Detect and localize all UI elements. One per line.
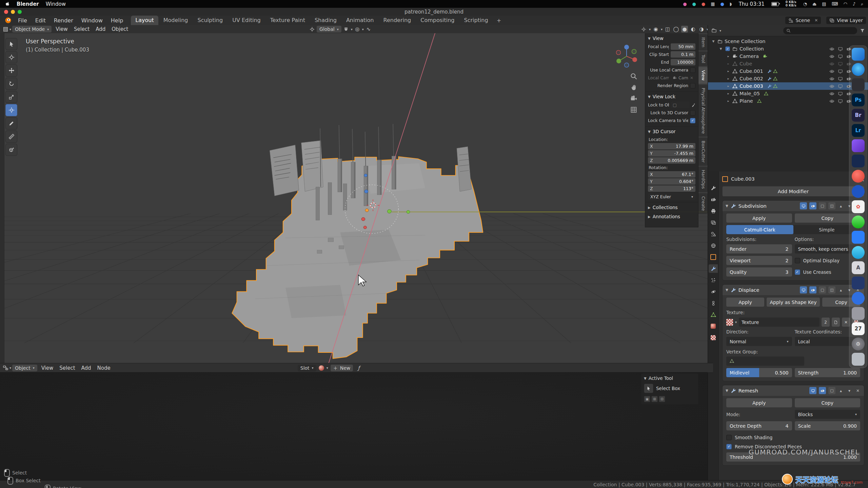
expand-icon[interactable]: ▼ [711,40,715,43]
dock-trash[interactable] [852,353,865,366]
outliner-mode-caret-icon[interactable]: ▾ [719,29,721,33]
sidebar-tab-boxcutter[interactable]: BoxCutter [698,138,708,166]
new-texture-button[interactable] [832,318,840,327]
wifi-icon[interactable]: ◠ [843,2,847,6]
workspace-tab-uv-editing[interactable]: UV Editing [228,16,265,25]
scale-field[interactable]: Scale0.900 [795,421,861,430]
rotate-tool[interactable] [5,78,17,90]
volume-icon[interactable]: ♪ [853,2,855,6]
node-menu-node[interactable]: Node [94,365,114,371]
menubar-clock[interactable]: Thu 03:31 [739,1,765,7]
view-layer-selector[interactable]: View Layer [826,17,866,24]
properties-tab-object-data[interactable] [709,310,718,319]
expand-icon[interactable]: ▸ [726,99,730,103]
sidebar-tab-item[interactable]: Item [698,34,708,50]
hide-in-viewport-icon[interactable] [829,69,834,74]
spotlight-icon[interactable]: ⌕ [861,2,863,6]
properties-tab-texture[interactable] [709,333,718,342]
outliner-row-collection[interactable]: ▼Collection [708,45,868,53]
proportional-caret-icon[interactable]: ▾ [362,27,364,31]
menubar-app-name[interactable]: Blender [17,1,39,7]
xray-toggle-icon[interactable]: ◫ [664,26,671,33]
scale-tool[interactable] [5,91,17,103]
shading-rendered-icon[interactable]: ◑ [698,26,705,33]
topbar-menu-render[interactable]: Render [50,17,77,24]
properties-tab-constraints[interactable] [709,299,718,307]
move-modifier-up-button[interactable]: ▴ [838,387,844,394]
window-titlebar[interactable]: patreon12_demo.blend [0,8,868,16]
dock-app-blue[interactable] [852,185,865,198]
dock-calendar[interactable]: 27 [852,322,865,335]
gizmo-z-axis[interactable] [624,45,629,49]
display-render-toggle[interactable] [819,387,826,394]
overlays-caret-icon[interactable]: ▾ [661,27,663,31]
direction-dropdown[interactable]: Normal▾ [726,337,792,346]
sidebar-tab-tool[interactable]: Tool [698,52,708,66]
close-window-button[interactable] [4,10,8,14]
workspace-tab-compositing[interactable]: Compositing [416,16,459,25]
topbar-menu-file[interactable]: File [14,17,31,24]
view-lock-panel-header[interactable]: ▼View Lock [645,93,698,101]
shading-material-icon[interactable]: ◐ [690,26,696,33]
dock-app-blue3[interactable] [852,292,865,305]
properties-tab-material[interactable] [709,322,718,330]
cursor-rz-field[interactable]: Z113° [648,185,695,192]
subdivision-modifier-header[interactable]: ▼ Subdivision ▢ ◫ ▴ ▾ ✕ [723,201,864,211]
properties-tab-world[interactable] [709,241,718,250]
rotation-order-dropdown[interactable]: XYZ Euler▾ [648,193,695,200]
copy-button[interactable]: Copy [795,398,861,407]
viewport-canvas[interactable] [0,33,708,363]
display-viewport-toggle[interactable] [800,202,807,209]
minimize-window-button[interactable] [11,10,15,14]
cursor-x-field[interactable]: X17.99 m [648,143,695,149]
unlink-scene-icon[interactable]: ✕ [814,18,818,23]
workspace-tab-rendering[interactable]: Rendering [379,16,416,25]
viewport-menu-select[interactable]: Select [71,26,93,33]
properties-tab-view-layer[interactable] [709,218,718,227]
scene-selector[interactable]: Scene ✕ [785,17,821,24]
view-panel-header[interactable]: ▼View [645,34,698,42]
blender-logo-icon[interactable] [5,17,12,24]
shading-solid-icon[interactable]: ● [681,26,688,33]
lock-camera-to-view-checkbox[interactable] [690,118,695,123]
properties-tab-render[interactable] [709,195,718,204]
mode-dropdown[interactable]: Object Mode▾ [12,26,52,33]
node-editor-caret-icon[interactable]: ▾ [9,366,11,370]
disable-in-viewports-icon[interactable] [838,84,843,89]
dock-app-red[interactable] [852,170,865,183]
lock-to-3d-cursor-checkbox[interactable] [690,110,695,116]
dock-app-navy[interactable] [852,155,865,167]
display-editmode-toggle[interactable]: ▢ [819,202,826,209]
lock-to-object-field[interactable]: ▢ [671,102,690,108]
snap-caret-icon[interactable]: ▾ [351,27,353,31]
dock-settings[interactable]: ⚙ [852,338,865,350]
gizmo-z-neg-axis[interactable] [625,63,629,67]
select-box-tool-icon[interactable] [644,384,653,393]
display-render-toggle[interactable] [809,202,816,209]
texture-browse-caret-icon[interactable]: ▾ [735,320,737,324]
workspace-tab-animation[interactable]: Animation [342,16,378,25]
menubar-menu-window[interactable]: Window [46,1,66,7]
topbar-menu-help[interactable]: Help [107,17,127,24]
displace-modifier-header[interactable]: ▼ Displace ▢ ◫ ▴ ▾ ✕ [723,285,864,295]
orientation-dropdown[interactable]: Global▾ [317,26,341,33]
remesh-modifier-header[interactable]: ▼ Remesh ▢ ▴ ▾ ✕ [723,385,864,396]
move-modifier-down-button[interactable]: ▾ [846,387,852,394]
dock-app-blue2[interactable] [852,231,865,244]
zoom-view-icon[interactable] [630,73,637,80]
node-menu-view[interactable]: View [38,365,57,371]
disable-in-viewports-icon[interactable] [838,99,843,104]
texture-name-field[interactable]: Texture [739,318,820,327]
expand-icon[interactable]: ▸ [726,84,730,88]
delete-modifier-button[interactable]: ✕ [855,387,861,394]
hide-in-viewport-icon[interactable] [829,46,834,52]
use-nodes-icon[interactable]: ƒ [355,365,362,371]
cursor-ry-field[interactable]: Y0.604° [648,178,695,185]
texture-thumbnail-icon[interactable] [726,319,733,326]
ortho-toggle-icon[interactable] [630,106,637,114]
local-camera-field[interactable]: Cam✕ [671,75,695,81]
clip-start-field[interactable]: 0.1 m [671,51,695,58]
workspace-tab-modeling[interactable]: Modeling [159,16,193,25]
apply-button[interactable]: Apply [726,214,792,223]
snap-magnet-icon[interactable] [343,26,350,33]
